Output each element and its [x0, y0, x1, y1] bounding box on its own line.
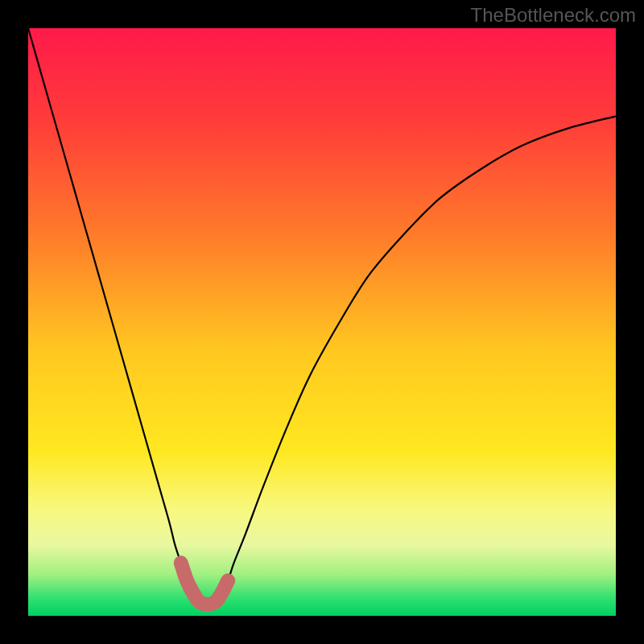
bottleneck-chart: [0, 0, 644, 644]
plot-background: [28, 28, 616, 616]
chart-container: TheBottleneck.com: [0, 0, 644, 644]
watermark-text: TheBottleneck.com: [471, 4, 636, 27]
